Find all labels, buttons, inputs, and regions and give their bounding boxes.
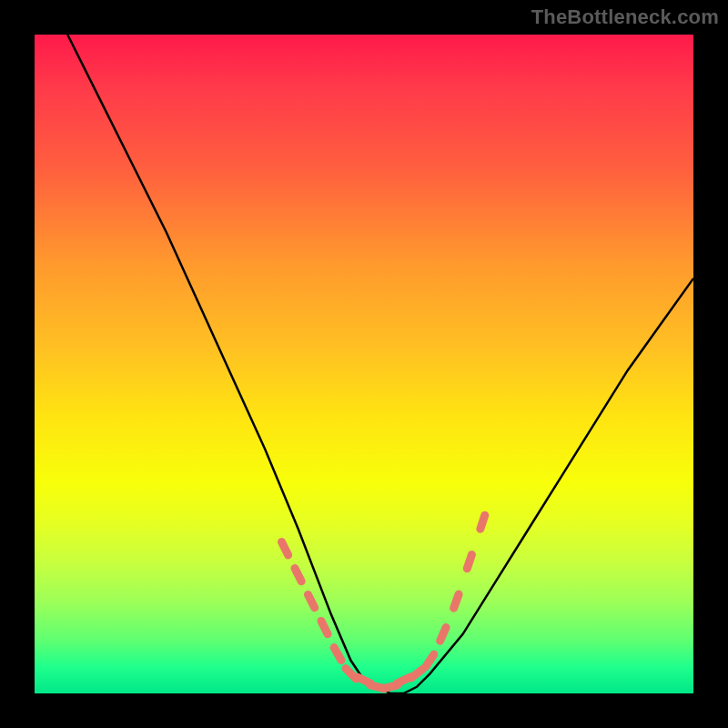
marker-dash <box>282 542 288 555</box>
marker-dash <box>308 595 315 608</box>
marker-dash <box>295 569 301 581</box>
main-curve <box>67 35 693 693</box>
marker-dash <box>334 648 341 661</box>
chart-container: TheBottleneck.com <box>0 0 728 728</box>
marker-dash <box>454 594 460 608</box>
marker-dash <box>467 555 471 569</box>
marker-dash <box>440 628 447 642</box>
marker-dash <box>426 654 434 666</box>
watermark-text: TheBottleneck.com <box>531 5 719 29</box>
plot-area <box>35 35 693 693</box>
marker-dash <box>321 621 328 633</box>
marker-group <box>282 515 485 689</box>
marker-dash <box>411 670 423 679</box>
curve-svg <box>35 35 693 693</box>
marker-dash <box>480 515 485 529</box>
